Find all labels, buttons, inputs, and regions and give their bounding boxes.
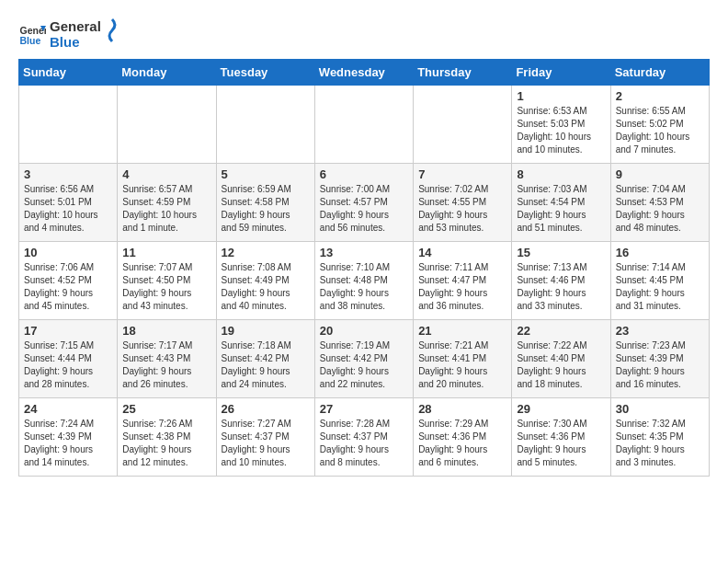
calendar-cell: 16Sunrise: 7:14 AM Sunset: 4:45 PM Dayli…: [610, 242, 709, 320]
day-info: Sunrise: 7:11 AM Sunset: 4:47 PM Dayligh…: [418, 261, 506, 313]
calendar-cell: 10Sunrise: 7:06 AM Sunset: 4:52 PM Dayli…: [19, 242, 118, 320]
calendar-cell: [216, 86, 314, 164]
weekday-header-sunday: Sunday: [19, 60, 118, 86]
day-number: 10: [24, 246, 112, 259]
calendar-cell: 13Sunrise: 7:10 AM Sunset: 4:48 PM Dayli…: [314, 242, 413, 320]
day-number: 14: [418, 246, 506, 259]
day-number: 16: [616, 246, 704, 259]
calendar-week-row: 3Sunrise: 6:56 AM Sunset: 5:01 PM Daylig…: [19, 164, 710, 242]
calendar-cell: 11Sunrise: 7:07 AM Sunset: 4:50 PM Dayli…: [118, 242, 216, 320]
day-number: 3: [24, 167, 112, 181]
day-number: 20: [320, 324, 408, 338]
calendar-cell: [314, 86, 413, 164]
day-number: 19: [222, 324, 310, 338]
day-info: Sunrise: 7:17 AM Sunset: 4:43 PM Dayligh…: [122, 339, 210, 391]
calendar-cell: 1Sunrise: 6:53 AM Sunset: 5:03 PM Daylig…: [512, 86, 610, 164]
calendar-week-row: 10Sunrise: 7:06 AM Sunset: 4:52 PM Dayli…: [19, 242, 710, 320]
day-info: Sunrise: 7:30 AM Sunset: 4:36 PM Dayligh…: [517, 418, 605, 469]
day-number: 1: [517, 89, 605, 103]
calendar-cell: 7Sunrise: 7:02 AM Sunset: 4:55 PM Daylig…: [414, 164, 512, 242]
day-info: Sunrise: 7:10 AM Sunset: 4:48 PM Dayligh…: [320, 261, 408, 313]
weekday-header-tuesday: Tuesday: [216, 60, 314, 86]
calendar-table: SundayMondayTuesdayWednesdayThursdayFrid…: [18, 59, 710, 477]
calendar-cell: 18Sunrise: 7:17 AM Sunset: 4:43 PM Dayli…: [118, 320, 216, 398]
day-info: Sunrise: 7:27 AM Sunset: 4:37 PM Dayligh…: [222, 418, 310, 469]
day-number: 27: [320, 402, 408, 416]
weekday-header-friday: Friday: [512, 60, 610, 86]
calendar-cell: [19, 86, 118, 164]
calendar-cell: 4Sunrise: 6:57 AM Sunset: 4:59 PM Daylig…: [118, 164, 216, 242]
day-number: 23: [616, 324, 704, 338]
day-info: Sunrise: 7:21 AM Sunset: 4:41 PM Dayligh…: [418, 339, 506, 391]
calendar-cell: 22Sunrise: 7:22 AM Sunset: 4:40 PM Dayli…: [512, 320, 610, 398]
calendar-cell: 21Sunrise: 7:21 AM Sunset: 4:41 PM Dayli…: [414, 320, 512, 398]
day-number: 28: [418, 402, 506, 416]
calendar-cell: 23Sunrise: 7:23 AM Sunset: 4:39 PM Dayli…: [610, 320, 709, 398]
day-number: 12: [222, 246, 310, 259]
day-number: 5: [222, 167, 310, 181]
calendar-cell: 24Sunrise: 7:24 AM Sunset: 4:39 PM Dayli…: [19, 398, 118, 477]
day-number: 4: [122, 167, 210, 181]
calendar-cell: 14Sunrise: 7:11 AM Sunset: 4:47 PM Dayli…: [414, 242, 512, 320]
day-number: 15: [517, 246, 605, 259]
calendar-cell: 8Sunrise: 7:03 AM Sunset: 4:54 PM Daylig…: [512, 164, 610, 242]
calendar-week-row: 17Sunrise: 7:15 AM Sunset: 4:44 PM Dayli…: [19, 320, 710, 398]
logo-wave-icon: [103, 17, 121, 43]
day-info: Sunrise: 7:04 AM Sunset: 4:53 PM Dayligh…: [616, 183, 704, 235]
day-info: Sunrise: 7:32 AM Sunset: 4:35 PM Dayligh…: [616, 418, 704, 469]
day-info: Sunrise: 7:29 AM Sunset: 4:36 PM Dayligh…: [418, 418, 506, 469]
logo-icon: General Blue: [18, 20, 46, 48]
calendar-cell: 12Sunrise: 7:08 AM Sunset: 4:49 PM Dayli…: [216, 242, 314, 320]
calendar-week-row: 1Sunrise: 6:53 AM Sunset: 5:03 PM Daylig…: [19, 86, 710, 164]
day-info: Sunrise: 6:57 AM Sunset: 4:59 PM Dayligh…: [122, 183, 210, 235]
day-info: Sunrise: 6:53 AM Sunset: 5:03 PM Dayligh…: [517, 105, 605, 156]
day-info: Sunrise: 7:06 AM Sunset: 4:52 PM Dayligh…: [24, 261, 112, 313]
weekday-header-saturday: Saturday: [610, 60, 709, 86]
day-info: Sunrise: 7:28 AM Sunset: 4:37 PM Dayligh…: [320, 418, 408, 469]
calendar-cell: 28Sunrise: 7:29 AM Sunset: 4:36 PM Dayli…: [414, 398, 512, 477]
day-number: 30: [616, 402, 704, 416]
day-number: 22: [517, 324, 605, 338]
day-number: 13: [320, 246, 408, 259]
day-number: 18: [122, 324, 210, 338]
day-number: 8: [517, 167, 605, 181]
day-number: 24: [24, 402, 112, 416]
weekday-header-wednesday: Wednesday: [314, 60, 413, 86]
day-info: Sunrise: 7:18 AM Sunset: 4:42 PM Dayligh…: [222, 339, 310, 391]
calendar-cell: 17Sunrise: 7:15 AM Sunset: 4:44 PM Dayli…: [19, 320, 118, 398]
calendar-cell: 25Sunrise: 7:26 AM Sunset: 4:38 PM Dayli…: [118, 398, 216, 477]
day-number: 6: [320, 167, 408, 181]
day-info: Sunrise: 7:15 AM Sunset: 4:44 PM Dayligh…: [24, 339, 112, 391]
day-info: Sunrise: 7:24 AM Sunset: 4:39 PM Dayligh…: [24, 418, 112, 469]
day-number: 26: [222, 402, 310, 416]
day-number: 7: [418, 167, 506, 181]
day-info: Sunrise: 7:08 AM Sunset: 4:49 PM Dayligh…: [222, 261, 310, 313]
day-info: Sunrise: 7:26 AM Sunset: 4:38 PM Dayligh…: [122, 418, 210, 469]
calendar-cell: 20Sunrise: 7:19 AM Sunset: 4:42 PM Dayli…: [314, 320, 413, 398]
day-info: Sunrise: 7:07 AM Sunset: 4:50 PM Dayligh…: [122, 261, 210, 313]
day-number: 9: [616, 167, 704, 181]
calendar-cell: 27Sunrise: 7:28 AM Sunset: 4:37 PM Dayli…: [314, 398, 413, 477]
logo-blue: Blue: [50, 34, 101, 50]
calendar-cell: 2Sunrise: 6:55 AM Sunset: 5:02 PM Daylig…: [610, 86, 709, 164]
day-info: Sunrise: 7:23 AM Sunset: 4:39 PM Dayligh…: [616, 339, 704, 391]
day-info: Sunrise: 6:56 AM Sunset: 5:01 PM Dayligh…: [24, 183, 112, 235]
header: General Blue General Blue: [18, 18, 710, 50]
calendar-cell: 5Sunrise: 6:59 AM Sunset: 4:58 PM Daylig…: [216, 164, 314, 242]
weekday-header-row: SundayMondayTuesdayWednesdayThursdayFrid…: [19, 60, 710, 86]
day-number: 2: [616, 89, 704, 103]
day-number: 25: [122, 402, 210, 416]
weekday-header-thursday: Thursday: [414, 60, 512, 86]
calendar-week-row: 24Sunrise: 7:24 AM Sunset: 4:39 PM Dayli…: [19, 398, 710, 477]
logo-general: General: [50, 18, 101, 34]
day-info: Sunrise: 7:03 AM Sunset: 4:54 PM Dayligh…: [517, 183, 605, 235]
calendar-cell: 29Sunrise: 7:30 AM Sunset: 4:36 PM Dayli…: [512, 398, 610, 477]
day-info: Sunrise: 7:13 AM Sunset: 4:46 PM Dayligh…: [517, 261, 605, 313]
calendar-cell: 26Sunrise: 7:27 AM Sunset: 4:37 PM Dayli…: [216, 398, 314, 477]
day-number: 29: [517, 402, 605, 416]
calendar-cell: 15Sunrise: 7:13 AM Sunset: 4:46 PM Dayli…: [512, 242, 610, 320]
svg-text:Blue: Blue: [20, 35, 41, 46]
weekday-header-monday: Monday: [118, 60, 216, 86]
day-number: 17: [24, 324, 112, 338]
calendar-cell: 30Sunrise: 7:32 AM Sunset: 4:35 PM Dayli…: [610, 398, 709, 477]
